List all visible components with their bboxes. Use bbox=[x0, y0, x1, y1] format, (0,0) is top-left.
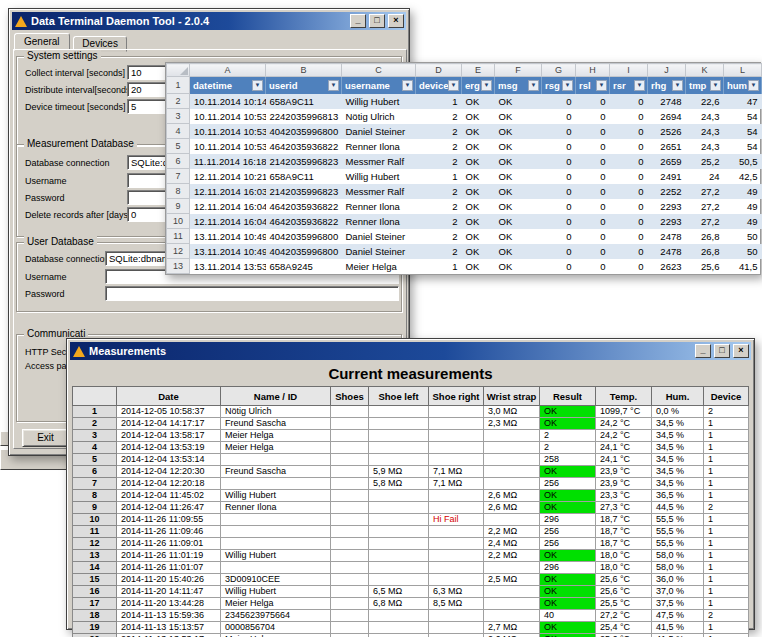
cell[interactable]: OK bbox=[495, 229, 542, 244]
cell[interactable]: OK bbox=[495, 214, 542, 229]
cell[interactable]: Meier Helga bbox=[342, 259, 416, 274]
cell[interactable]: OK bbox=[495, 109, 542, 124]
cell[interactable]: 24,3 bbox=[686, 139, 724, 154]
cell[interactable]: OK bbox=[495, 124, 542, 139]
header-cell[interactable]: rsr▼ bbox=[610, 77, 648, 94]
cell[interactable]: Renner Ilona bbox=[342, 139, 416, 154]
header-cell[interactable]: rsg▼ bbox=[542, 77, 576, 94]
cell[interactable]: 26,8 bbox=[686, 244, 724, 259]
cell[interactable]: Daniel Steiner bbox=[342, 229, 416, 244]
cell[interactable]: OK bbox=[462, 199, 495, 214]
row-number[interactable]: 13 bbox=[167, 259, 190, 274]
cell[interactable]: Willig Hubert bbox=[342, 94, 416, 109]
cell[interactable]: 2694 bbox=[648, 109, 686, 124]
row-number[interactable]: 7 bbox=[167, 169, 190, 184]
cell[interactable]: 10.11.2014 10:53 bbox=[190, 124, 266, 139]
column-letter[interactable]: C bbox=[342, 64, 416, 77]
cell[interactable]: 1 bbox=[416, 259, 462, 274]
select-all-corner[interactable] bbox=[167, 64, 190, 77]
cell[interactable]: 2748 bbox=[648, 94, 686, 109]
cell[interactable]: 24,3 bbox=[686, 109, 724, 124]
cell[interactable]: 0 bbox=[610, 124, 648, 139]
minimize-button-icon[interactable]: _ bbox=[350, 14, 366, 28]
cell[interactable]: 1 bbox=[416, 94, 462, 109]
cell[interactable]: OK bbox=[495, 184, 542, 199]
cell[interactable]: 2 bbox=[416, 229, 462, 244]
cell[interactable]: 0 bbox=[610, 259, 648, 274]
row-number[interactable]: 2 bbox=[167, 94, 190, 109]
cell[interactable]: 2 bbox=[416, 184, 462, 199]
cell[interactable]: 0 bbox=[610, 214, 648, 229]
minimize-button-icon[interactable]: _ bbox=[695, 344, 711, 358]
cell[interactable]: 0 bbox=[610, 109, 648, 124]
cell[interactable]: 0 bbox=[542, 169, 576, 184]
cell[interactable]: 27,2 bbox=[686, 214, 724, 229]
cell[interactable]: 2526 bbox=[648, 124, 686, 139]
maximize-button-icon[interactable]: □ bbox=[369, 14, 385, 28]
cell[interactable]: 49 bbox=[724, 199, 762, 214]
cell[interactable]: 2293 bbox=[648, 199, 686, 214]
cell[interactable]: Daniel Steiner bbox=[342, 124, 416, 139]
cell[interactable]: 4642035936822 bbox=[266, 199, 342, 214]
cell[interactable]: 0 bbox=[610, 199, 648, 214]
cell[interactable]: 27,2 bbox=[686, 184, 724, 199]
udb-password-input[interactable] bbox=[105, 286, 399, 301]
cell[interactable]: OK bbox=[495, 199, 542, 214]
column-letter[interactable]: G bbox=[542, 64, 576, 77]
cell[interactable]: 4042035996800 bbox=[266, 244, 342, 259]
cell[interactable]: 0 bbox=[542, 124, 576, 139]
cell[interactable]: Messmer Ralf bbox=[342, 154, 416, 169]
cell[interactable]: OK bbox=[462, 169, 495, 184]
cell[interactable]: OK bbox=[495, 169, 542, 184]
filter-dropdown-icon[interactable]: ▼ bbox=[481, 80, 492, 91]
close-button-icon[interactable]: × bbox=[388, 14, 404, 28]
cell[interactable]: 24 bbox=[686, 169, 724, 184]
cell[interactable]: 0 bbox=[576, 169, 610, 184]
row-number[interactable]: 4 bbox=[167, 124, 190, 139]
cell[interactable]: 12.11.2014 10:21 bbox=[190, 169, 266, 184]
cell[interactable]: 54 bbox=[724, 139, 762, 154]
cell[interactable]: OK bbox=[495, 139, 542, 154]
cell[interactable]: OK bbox=[462, 109, 495, 124]
cell[interactable]: 2478 bbox=[648, 229, 686, 244]
cell[interactable]: 27,2 bbox=[686, 199, 724, 214]
cell[interactable]: OK bbox=[462, 259, 495, 274]
cell[interactable]: 4042035996800 bbox=[266, 124, 342, 139]
cell[interactable]: 0 bbox=[542, 184, 576, 199]
cell[interactable]: 25,2 bbox=[686, 154, 724, 169]
cell[interactable]: 0 bbox=[542, 94, 576, 109]
column-letter[interactable]: I bbox=[610, 64, 648, 77]
cell[interactable]: 2659 bbox=[648, 154, 686, 169]
header-cell[interactable]: username▼ bbox=[342, 77, 416, 94]
row-number[interactable]: 12 bbox=[167, 244, 190, 259]
cell[interactable]: 0 bbox=[542, 229, 576, 244]
cell[interactable]: OK bbox=[495, 244, 542, 259]
cell[interactable]: 4642035936822 bbox=[266, 139, 342, 154]
cell[interactable]: 0 bbox=[610, 184, 648, 199]
row-number[interactable]: 6 bbox=[167, 154, 190, 169]
cell[interactable]: Willig Hubert bbox=[342, 169, 416, 184]
cell[interactable]: 1 bbox=[416, 169, 462, 184]
cell[interactable]: 10.11.2014 10:53 bbox=[190, 109, 266, 124]
cell[interactable]: 25,6 bbox=[686, 259, 724, 274]
column-letter[interactable]: L bbox=[724, 64, 762, 77]
cell[interactable]: 0 bbox=[576, 124, 610, 139]
cell[interactable]: 0 bbox=[542, 109, 576, 124]
cell[interactable]: 49 bbox=[724, 214, 762, 229]
cell[interactable]: 13.11.2014 10:49 bbox=[190, 244, 266, 259]
header-cell[interactable]: erg▼ bbox=[462, 77, 495, 94]
cell[interactable]: Nötig Ulrich bbox=[342, 109, 416, 124]
header-cell[interactable]: rhg▼ bbox=[648, 77, 686, 94]
cell[interactable]: 4042035996800 bbox=[266, 229, 342, 244]
cell[interactable]: 0 bbox=[542, 154, 576, 169]
header-cell[interactable]: userid▼ bbox=[266, 77, 342, 94]
cell[interactable]: 42,5 bbox=[724, 169, 762, 184]
column-letter[interactable]: H bbox=[576, 64, 610, 77]
cell[interactable]: 2 bbox=[416, 199, 462, 214]
row-number[interactable]: 10 bbox=[167, 214, 190, 229]
cell[interactable]: 0 bbox=[610, 169, 648, 184]
cell[interactable]: 54 bbox=[724, 124, 762, 139]
cell[interactable]: 0 bbox=[610, 94, 648, 109]
maximize-button-icon[interactable]: □ bbox=[714, 344, 730, 358]
cell[interactable]: 0 bbox=[542, 199, 576, 214]
